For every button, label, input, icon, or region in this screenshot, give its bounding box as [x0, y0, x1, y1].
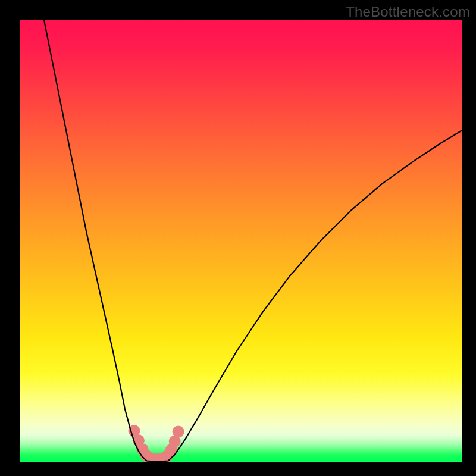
watermark-text: TheBottleneck.com [346, 4, 470, 20]
marker-layer [128, 425, 184, 462]
bottleneck-curve [44, 20, 462, 461]
plot-area [20, 20, 462, 462]
outer-frame: TheBottleneck.com [0, 0, 476, 476]
curve-layer [44, 20, 462, 461]
chart-svg [20, 20, 462, 462]
data-marker [173, 426, 184, 438]
